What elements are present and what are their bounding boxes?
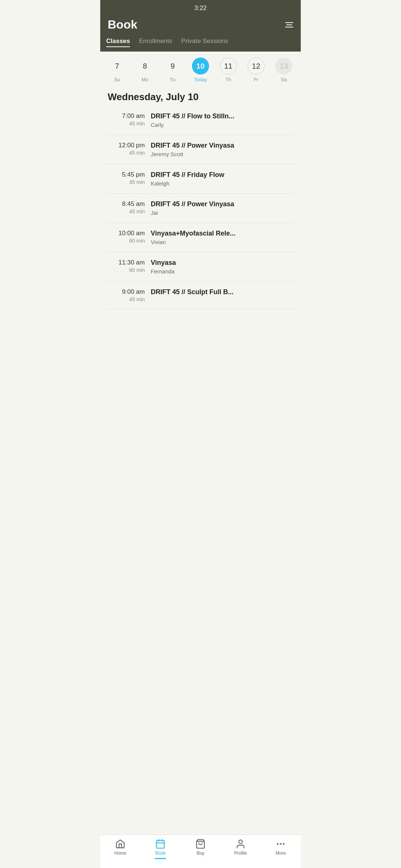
class-name: Vinyasa [151, 259, 293, 267]
day-number: 10 [192, 57, 209, 75]
calendar-day[interactable]: 13Sa [275, 57, 292, 82]
class-instructor: Fernanda [151, 268, 293, 274]
class-time: 9:00 am 45 min [108, 288, 145, 302]
class-time: 5:45 pm 45 min [108, 171, 145, 185]
day-label: Mo [141, 77, 148, 82]
class-instructor: Carly [151, 122, 293, 128]
tab-private-sessions[interactable]: Private Sessions [181, 36, 228, 47]
class-info: DRIFT 45 // Flow to Stilln... Carly [151, 112, 293, 128]
app-wrapper: 3:22 Book Classes Enrollments Private Se… [100, 0, 301, 346]
class-item[interactable]: 12:00 pm 45 min DRIFT 45 // Power Vinyas… [106, 135, 295, 164]
class-time-main: 7:00 am [108, 112, 145, 120]
header: Book [100, 15, 301, 36]
class-info: DRIFT 45 // Power Vinyasa Jeremy Scott [151, 142, 293, 157]
day-label: Today [194, 77, 207, 82]
class-time-main: 10:00 am [108, 230, 145, 237]
calendar-day[interactable]: 9Tu [164, 57, 181, 82]
calendar-day[interactable]: 10Today [192, 57, 209, 82]
class-instructor: Kaleigh [151, 180, 293, 187]
class-name: DRIFT 45 // Power Vinyasa [151, 142, 293, 149]
day-number: 9 [164, 57, 181, 75]
class-item[interactable]: 8:45 am 45 min DRIFT 45 // Power Vinyasa… [106, 194, 295, 223]
class-duration: 45 min [108, 150, 145, 156]
filter-icon[interactable] [285, 22, 293, 27]
calendar-day[interactable]: 12Fr [248, 57, 265, 82]
class-time-main: 11:30 am [108, 259, 145, 266]
class-time-main: 5:45 pm [108, 171, 145, 178]
page-title: Book [108, 18, 137, 32]
class-duration: 45 min [108, 121, 145, 126]
class-duration: 45 min [108, 296, 145, 302]
class-time-main: 12:00 pm [108, 142, 145, 149]
class-duration: 60 min [108, 267, 145, 273]
day-label: Th [225, 77, 231, 82]
class-time-main: 8:45 am [108, 200, 145, 208]
date-heading: Wednesday, July 10 [100, 85, 301, 106]
status-time: 3:22 [194, 4, 206, 11]
tab-bar: Classes Enrollments Private Sessions [100, 36, 301, 52]
class-info: Vinyasa+Myofascial Rele... Vivian [151, 230, 293, 245]
class-item[interactable]: 5:45 pm 45 min DRIFT 45 // Friday Flow K… [106, 164, 295, 194]
class-duration: 45 min [108, 208, 145, 214]
class-name: DRIFT 45 // Friday Flow [151, 171, 293, 179]
class-item[interactable]: 9:00 am 45 min DRIFT 45 // Sculpt Full B… [106, 282, 295, 309]
class-info: Vinyasa Fernanda [151, 259, 293, 274]
class-instructor: Jai [151, 210, 293, 216]
class-duration: 60 min [108, 238, 145, 244]
tab-classes[interactable]: Classes [106, 36, 130, 47]
calendar-strip: 7Su8Mo9Tu10Today11Th12Fr13Sa [100, 52, 301, 85]
class-instructor: Jeremy Scott [151, 151, 293, 157]
class-time: 7:00 am 45 min [108, 112, 145, 126]
day-label: Tu [170, 77, 176, 82]
day-number: 8 [136, 57, 153, 75]
day-number: 11 [220, 57, 237, 75]
day-number: 7 [108, 57, 125, 75]
day-number: 12 [248, 57, 265, 75]
day-label: Sa [281, 77, 287, 82]
class-name: DRIFT 45 // Flow to Stilln... [151, 112, 293, 120]
tab-enrollments[interactable]: Enrollments [139, 36, 172, 47]
class-info: DRIFT 45 // Friday Flow Kaleigh [151, 171, 293, 187]
class-name: DRIFT 45 // Sculpt Full B... [151, 288, 293, 296]
class-item[interactable]: 7:00 am 45 min DRIFT 45 // Flow to Still… [106, 106, 295, 135]
classes-list: 7:00 am 45 min DRIFT 45 // Flow to Still… [100, 106, 301, 309]
day-label: Su [114, 77, 120, 82]
class-time: 8:45 am 45 min [108, 200, 145, 214]
calendar-day[interactable]: 11Th [220, 57, 237, 82]
day-number: 13 [275, 57, 292, 75]
class-time-main: 9:00 am [108, 288, 145, 296]
calendar-day[interactable]: 7Su [108, 57, 125, 82]
class-info: DRIFT 45 // Power Vinyasa Jai [151, 200, 293, 216]
class-item[interactable]: 11:30 am 60 min Vinyasa Fernanda [106, 252, 295, 282]
class-time: 10:00 am 60 min [108, 230, 145, 244]
class-instructor: Vivian [151, 239, 293, 245]
class-time: 11:30 am 60 min [108, 259, 145, 273]
class-item[interactable]: 10:00 am 60 min Vinyasa+Myofascial Rele.… [106, 223, 295, 252]
class-name: DRIFT 45 // Power Vinyasa [151, 200, 293, 208]
calendar-day[interactable]: 8Mo [136, 57, 153, 82]
class-time: 12:00 pm 45 min [108, 142, 145, 156]
class-name: Vinyasa+Myofascial Rele... [151, 230, 293, 237]
status-bar: 3:22 [100, 0, 301, 15]
class-duration: 45 min [108, 179, 145, 185]
class-info: DRIFT 45 // Sculpt Full B... [151, 288, 293, 297]
day-label: Fr [254, 77, 258, 82]
